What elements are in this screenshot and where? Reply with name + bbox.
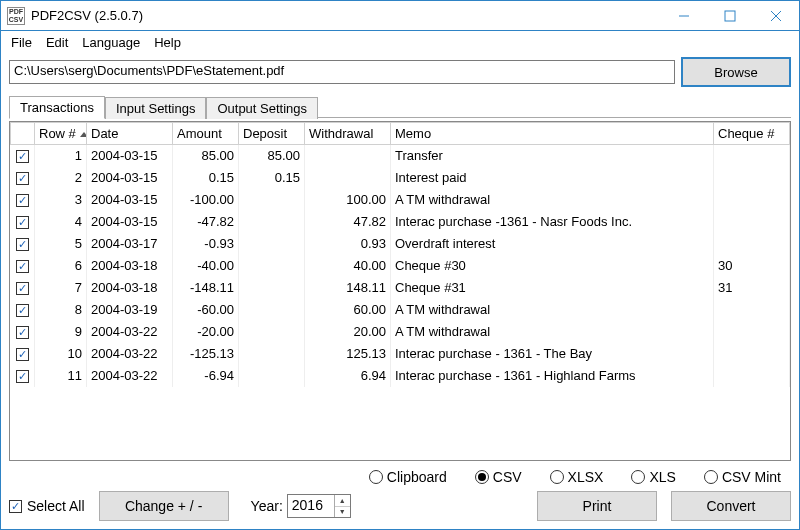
cell-date: 2004-03-22 — [87, 365, 173, 387]
maximize-icon — [724, 10, 736, 22]
year-label: Year: — [251, 498, 283, 514]
row-checkbox[interactable]: ✓ — [16, 216, 29, 229]
cell-rownum: 4 — [35, 211, 87, 233]
cell-memo: Overdraft interest — [391, 233, 714, 255]
export-option-xls[interactable]: XLS — [631, 469, 675, 485]
tab-strip: Transactions Input Settings Output Setti… — [1, 92, 799, 118]
year-spinner[interactable]: 2016 ▲ ▼ — [287, 494, 351, 518]
table-row[interactable]: ✓42004-03-15-47.8247.82Interac purchase … — [11, 211, 790, 233]
row-checkbox[interactable]: ✓ — [16, 282, 29, 295]
col-header-amount[interactable]: Amount — [173, 123, 239, 145]
col-header-withdrawal[interactable]: Withdrawal — [305, 123, 391, 145]
cell-deposit: 0.15 — [239, 167, 305, 189]
title-bar: PDFCSV PDF2CSV (2.5.0.7) — [1, 1, 799, 31]
cell-memo: A TM withdrawal — [391, 189, 714, 211]
close-button[interactable] — [753, 1, 799, 31]
row-checkbox[interactable]: ✓ — [16, 326, 29, 339]
table-row[interactable]: ✓112004-03-22-6.946.94Interac purchase -… — [11, 365, 790, 387]
svg-rect-1 — [725, 11, 735, 21]
col-header-date[interactable]: Date — [87, 123, 173, 145]
print-button[interactable]: Print — [537, 491, 657, 521]
table-row[interactable]: ✓62004-03-18-40.0040.00Cheque #3030 — [11, 255, 790, 277]
cell-rownum: 6 — [35, 255, 87, 277]
table-row[interactable]: ✓102004-03-22-125.13125.13Interac purcha… — [11, 343, 790, 365]
cell-deposit — [239, 211, 305, 233]
export-option-csv-mint[interactable]: CSV Mint — [704, 469, 781, 485]
select-all-checkbox[interactable]: ✓ Select All — [9, 498, 85, 514]
row-checkbox[interactable]: ✓ — [16, 304, 29, 317]
table-row[interactable]: ✓22004-03-150.150.15Interest paid — [11, 167, 790, 189]
tab-transactions[interactable]: Transactions — [9, 96, 105, 119]
row-checkbox[interactable]: ✓ — [16, 260, 29, 273]
file-path-input[interactable]: C:\Users\serg\Documents\PDF\eStatement.p… — [9, 60, 675, 84]
radio-label: CSV Mint — [722, 469, 781, 485]
year-spin-buttons[interactable]: ▲ ▼ — [334, 495, 350, 517]
row-checkbox[interactable]: ✓ — [16, 194, 29, 207]
convert-button[interactable]: Convert — [671, 491, 791, 521]
year-group: Year: 2016 ▲ ▼ — [251, 494, 351, 518]
row-checkbox[interactable]: ✓ — [16, 150, 29, 163]
table-row[interactable]: ✓72004-03-18-148.11148.11Cheque #3131 — [11, 277, 790, 299]
row-checkbox[interactable]: ✓ — [16, 238, 29, 251]
change-sign-button[interactable]: Change + / - — [99, 491, 229, 521]
cell-memo: Interac purchase - 1361 - Highland Farms — [391, 365, 714, 387]
cell-date: 2004-03-15 — [87, 167, 173, 189]
transactions-grid: Row # Date Amount Deposit Withdrawal Mem… — [9, 121, 791, 461]
menu-file[interactable]: File — [5, 34, 38, 51]
cell-deposit — [239, 343, 305, 365]
app-icon: PDFCSV — [7, 7, 25, 25]
row-checkbox[interactable]: ✓ — [16, 348, 29, 361]
cell-amount: -148.11 — [173, 277, 239, 299]
cell-withdrawal — [305, 145, 391, 167]
col-header-check[interactable] — [11, 123, 35, 145]
cell-withdrawal: 100.00 — [305, 189, 391, 211]
year-value[interactable]: 2016 — [288, 495, 334, 517]
col-header-rownum[interactable]: Row # — [35, 123, 87, 145]
cell-amount: 85.00 — [173, 145, 239, 167]
cell-amount: -100.00 — [173, 189, 239, 211]
tab-input-settings[interactable]: Input Settings — [105, 97, 207, 119]
table-row[interactable]: ✓52004-03-17-0.930.93Overdraft interest — [11, 233, 790, 255]
menu-help[interactable]: Help — [148, 34, 187, 51]
cell-amount: -125.13 — [173, 343, 239, 365]
cell-date: 2004-03-18 — [87, 255, 173, 277]
radio-icon — [369, 470, 383, 484]
tab-output-settings[interactable]: Output Settings — [206, 97, 318, 119]
radio-icon — [550, 470, 564, 484]
cell-cheque — [714, 299, 790, 321]
col-header-memo[interactable]: Memo — [391, 123, 714, 145]
table-row[interactable]: ✓92004-03-22-20.0020.00A TM withdrawal — [11, 321, 790, 343]
cell-deposit — [239, 277, 305, 299]
cell-withdrawal: 125.13 — [305, 343, 391, 365]
menu-language[interactable]: Language — [76, 34, 146, 51]
year-spin-down[interactable]: ▼ — [335, 507, 350, 518]
menu-edit[interactable]: Edit — [40, 34, 74, 51]
export-option-clipboard[interactable]: Clipboard — [369, 469, 447, 485]
cell-deposit — [239, 189, 305, 211]
cell-date: 2004-03-19 — [87, 299, 173, 321]
maximize-button[interactable] — [707, 1, 753, 31]
cell-rownum: 11 — [35, 365, 87, 387]
export-option-xlsx[interactable]: XLSX — [550, 469, 604, 485]
cell-memo: Cheque #30 — [391, 255, 714, 277]
table-row[interactable]: ✓32004-03-15-100.00100.00A TM withdrawal — [11, 189, 790, 211]
cell-withdrawal — [305, 167, 391, 189]
browse-button[interactable]: Browse — [681, 57, 791, 87]
cell-date: 2004-03-15 — [87, 211, 173, 233]
cell-cheque — [714, 189, 790, 211]
cell-amount: -0.93 — [173, 233, 239, 255]
year-spin-up[interactable]: ▲ — [335, 495, 350, 507]
cell-deposit — [239, 233, 305, 255]
cell-deposit: 85.00 — [239, 145, 305, 167]
table-row[interactable]: ✓82004-03-19-60.0060.00A TM withdrawal — [11, 299, 790, 321]
cell-deposit — [239, 321, 305, 343]
cell-withdrawal: 60.00 — [305, 299, 391, 321]
minimize-button[interactable] — [661, 1, 707, 31]
cell-deposit — [239, 365, 305, 387]
row-checkbox[interactable]: ✓ — [16, 172, 29, 185]
row-checkbox[interactable]: ✓ — [16, 370, 29, 383]
export-option-csv[interactable]: CSV — [475, 469, 522, 485]
col-header-deposit[interactable]: Deposit — [239, 123, 305, 145]
col-header-cheque[interactable]: Cheque # — [714, 123, 790, 145]
table-row[interactable]: ✓12004-03-1585.0085.00Transfer — [11, 145, 790, 167]
